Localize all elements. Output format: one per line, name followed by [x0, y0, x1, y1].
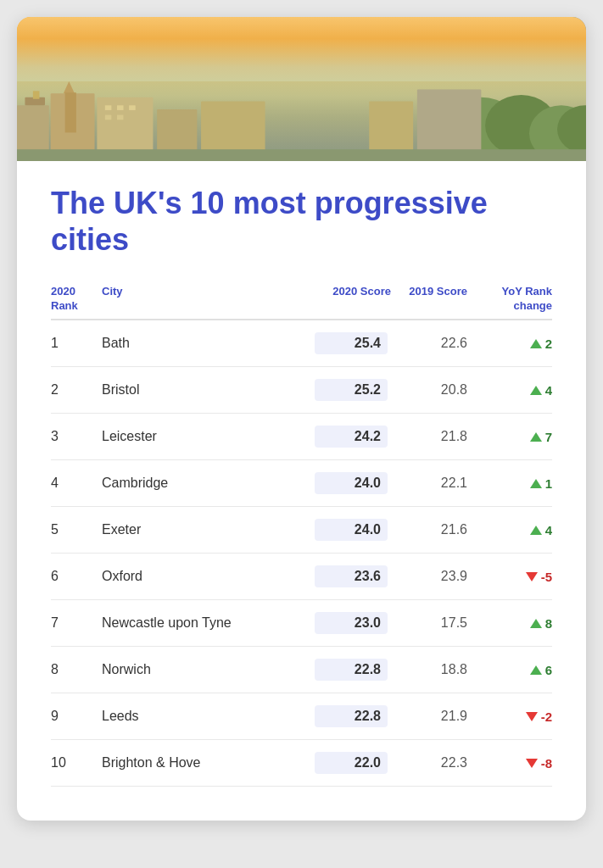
table-row: 1 Bath 25.4 22.6 2	[51, 320, 552, 367]
cell-city: Brighton & Hove	[102, 755, 315, 771]
cell-yoy: 7	[467, 430, 552, 444]
arrow-down-icon	[526, 712, 538, 721]
cell-rank: 3	[51, 429, 102, 444]
table-body: 1 Bath 25.4 22.6 2 2 Bristol 25.2 20.8 4…	[51, 320, 552, 787]
header-score2020: 2020 Score	[315, 285, 391, 314]
cell-yoy: 4	[467, 523, 552, 537]
header-rank: 2020 Rank	[51, 285, 102, 314]
cell-yoy: 1	[467, 476, 552, 491]
cell-score2019: 22.1	[391, 476, 467, 491]
cell-score2019: 17.5	[391, 615, 467, 631]
arrow-up-icon	[530, 619, 542, 628]
cell-score2020: 22.0	[315, 752, 388, 774]
page-title: The UK's 10 most progressive cities	[51, 185, 552, 258]
svg-rect-4	[33, 91, 40, 98]
svg-rect-11	[117, 105, 124, 110]
cell-rank: 7	[51, 615, 102, 631]
cell-yoy: -8	[467, 756, 552, 771]
header-yoy: YoY Rank change	[467, 285, 552, 314]
cell-score2019: 18.8	[391, 662, 467, 677]
cell-score2019: 21.6	[391, 522, 467, 537]
cell-city: Norwich	[102, 662, 315, 677]
cell-yoy: 6	[467, 663, 552, 677]
arrow-up-icon	[530, 526, 542, 535]
cell-yoy: 4	[467, 383, 552, 398]
cell-score2019: 21.9	[391, 709, 467, 724]
table-row: 8 Norwich 22.8 18.8 6	[51, 647, 552, 693]
cell-city: Bristol	[102, 382, 315, 398]
yoy-value: 8	[545, 616, 552, 631]
yoy-value: -5	[541, 570, 552, 584]
table-row: 5 Exeter 24.0 21.6 4	[51, 507, 552, 554]
cell-score2020: 24.0	[315, 472, 388, 494]
buildings-svg	[17, 81, 586, 161]
cell-score2019: 23.9	[391, 569, 467, 584]
header-city: City	[102, 285, 315, 314]
cell-rank: 9	[51, 709, 102, 724]
cell-city: Oxford	[102, 569, 315, 584]
table-header: 2020 Rank City 2020 Score 2019 Score YoY…	[51, 285, 552, 320]
arrow-up-icon	[530, 339, 542, 348]
table-row: 2 Bristol 25.2 20.8 4	[51, 367, 552, 414]
cell-score2020: 23.6	[315, 565, 388, 587]
yoy-value: -2	[541, 709, 552, 724]
cell-city: Leicester	[102, 429, 315, 444]
cell-score2020: 25.4	[315, 332, 388, 354]
table-row: 4 Cambridge 24.0 22.1 1	[51, 460, 552, 507]
yoy-value: 7	[545, 430, 552, 444]
table-row: 7 Newcastle upon Tyne 23.0 17.5 8	[51, 600, 552, 647]
cell-score2020: 23.0	[315, 612, 388, 634]
cell-city: Leeds	[102, 709, 315, 724]
data-table: 2020 Rank City 2020 Score 2019 Score YoY…	[51, 285, 552, 787]
cell-yoy: -2	[467, 709, 552, 724]
arrow-up-icon	[530, 479, 542, 488]
cell-city: Cambridge	[102, 476, 315, 491]
cell-rank: 4	[51, 476, 102, 491]
cell-score2019: 22.3	[391, 755, 467, 771]
cell-rank: 6	[51, 569, 102, 584]
svg-rect-12	[129, 105, 136, 110]
yoy-value: 4	[545, 383, 552, 398]
table-row: 3 Leicester 24.2 21.8 7	[51, 414, 552, 460]
yoy-value: 4	[545, 523, 552, 537]
cell-rank: 2	[51, 382, 102, 398]
cell-score2020: 24.0	[315, 519, 388, 541]
cell-score2020: 25.2	[315, 379, 388, 401]
cell-city: Exeter	[102, 522, 315, 537]
cell-city: Newcastle upon Tyne	[102, 615, 315, 631]
arrow-down-icon	[526, 572, 538, 581]
svg-rect-14	[117, 114, 124, 120]
yoy-value: -8	[541, 756, 552, 771]
cell-score2020: 22.8	[315, 705, 388, 727]
arrow-up-icon	[530, 665, 542, 675]
svg-rect-6	[65, 92, 76, 132]
cell-score2019: 20.8	[391, 382, 467, 398]
yoy-value: 6	[545, 663, 552, 677]
svg-rect-13	[105, 114, 112, 120]
cell-yoy: 2	[467, 337, 552, 351]
table-row: 6 Oxford 23.6 23.9 -5	[51, 554, 552, 600]
cell-rank: 10	[51, 755, 102, 771]
cell-rank: 8	[51, 662, 102, 677]
cell-score2020: 22.8	[315, 659, 388, 681]
cell-yoy: 8	[467, 616, 552, 631]
cell-rank: 1	[51, 336, 102, 351]
cell-rank: 5	[51, 522, 102, 537]
svg-rect-10	[105, 105, 112, 110]
cell-yoy: -5	[467, 570, 552, 584]
arrow-down-icon	[526, 759, 538, 768]
svg-rect-21	[17, 149, 586, 161]
arrow-up-icon	[530, 386, 542, 395]
hero-image	[17, 17, 586, 161]
table-row: 9 Leeds 22.8 21.9 -2	[51, 693, 552, 740]
content-area: The UK's 10 most progressive cities 2020…	[17, 161, 586, 821]
arrow-up-icon	[530, 432, 542, 442]
cell-score2019: 21.8	[391, 429, 467, 444]
main-card: The UK's 10 most progressive cities 2020…	[17, 17, 586, 821]
yoy-value: 1	[545, 476, 552, 491]
header-score2019: 2019 Score	[391, 285, 467, 314]
cell-score2020: 24.2	[315, 426, 388, 448]
cell-city: Bath	[102, 336, 315, 351]
yoy-value: 2	[545, 337, 552, 351]
cell-score2019: 22.6	[391, 336, 467, 351]
